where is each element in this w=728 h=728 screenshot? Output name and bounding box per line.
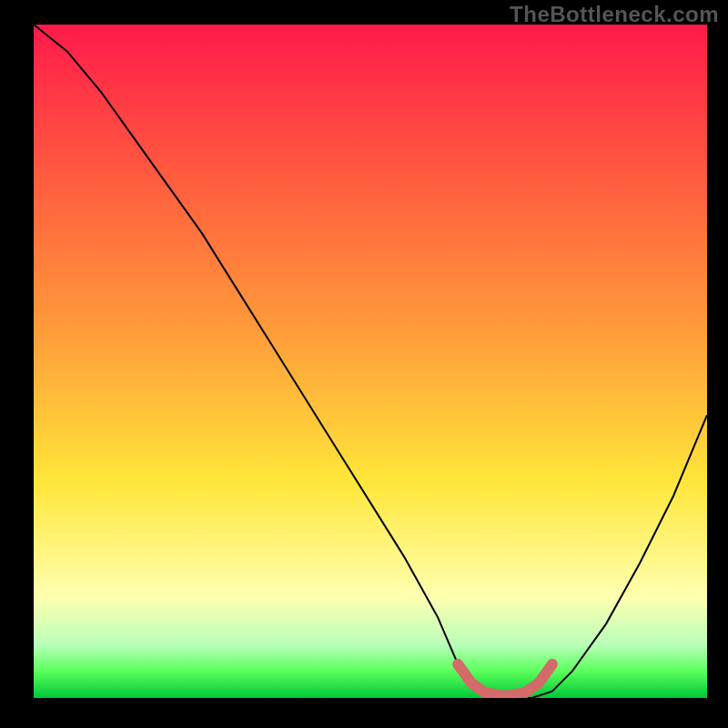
gradient-background [34, 25, 707, 698]
watermark-text: TheBottleneck.com [510, 2, 719, 27]
plot-area [34, 25, 707, 698]
chart-svg [34, 25, 707, 698]
chart-frame: TheBottleneck.com [0, 0, 728, 728]
